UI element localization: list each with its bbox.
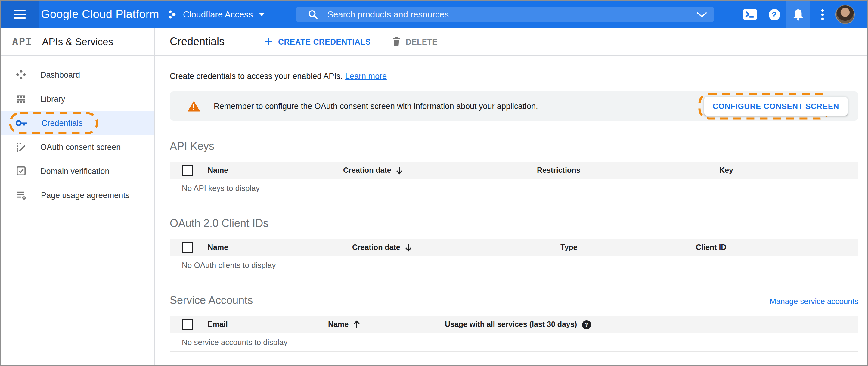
top-app-bar: Google Cloud Platform Cloudflare Access [1, 1, 867, 28]
account-button[interactable] [834, 1, 856, 28]
search-bar[interactable] [296, 7, 714, 22]
library-icon [16, 93, 27, 104]
nav-menu-block [1, 1, 38, 28]
sort-descending-icon [405, 243, 412, 252]
sort-ascending-icon [353, 320, 360, 329]
column-header-creation-date[interactable]: Creation date [352, 243, 560, 252]
domain-verification-icon [16, 165, 27, 176]
oauth-clients-title: OAuth 2.0 Client IDs [170, 217, 858, 230]
oauth-clients-table-header: Name Creation date Type Client ID [170, 239, 858, 256]
project-name: Cloudflare Access [183, 10, 253, 19]
select-all-checkbox[interactable] [182, 242, 193, 253]
configure-consent-screen-button[interactable]: CONFIGURE CONSENT SCREEN [704, 97, 847, 115]
column-header-creation-date-label: Creation date [352, 243, 400, 252]
sidebar-nav: Dashboard Library [1, 56, 154, 207]
manage-service-accounts-link[interactable]: Manage service accounts [770, 297, 858, 306]
sort-descending-icon [396, 166, 403, 175]
project-selector[interactable]: Cloudflare Access [167, 1, 265, 28]
oauth-clients-table: Name Creation date Type Client ID [170, 239, 858, 274]
column-header-email[interactable]: Email [208, 320, 328, 329]
brand-title: Google Cloud Platform [41, 1, 159, 28]
usage-help-icon[interactable]: ? [582, 320, 591, 329]
column-header-key[interactable]: Key [719, 166, 858, 175]
sidebar-item-label: OAuth consent screen [40, 142, 121, 151]
intro-text: Create credentials to access your enable… [170, 72, 343, 81]
column-header-name[interactable]: Name [208, 166, 343, 175]
sidebar-product-title: APIs & Services [42, 36, 113, 47]
api-logo: API [12, 35, 32, 48]
oauth-clients-section: OAuth 2.0 Client IDs Name Creation date [170, 217, 858, 274]
page-content: Create credentials to access your enable… [155, 56, 867, 352]
api-keys-table: Name Creation date Restrictions Key [170, 162, 858, 197]
sidebar-item-label: Dashboard [40, 70, 80, 79]
gcp-console-window: Google Cloud Platform Cloudflare Access [0, 0, 868, 366]
main-area: Credentials CREATE CREDENTIALS [155, 28, 867, 365]
intro-line: Create credentials to access your enable… [170, 72, 858, 81]
create-credentials-label: CREATE CREDENTIALS [278, 37, 371, 46]
column-header-usage-label: Usage with all services (last 30 days) [445, 320, 577, 329]
cloud-shell-icon [743, 8, 757, 21]
sidebar-item-label: Credentials [41, 118, 83, 127]
sidebar-item-oauth-consent-screen[interactable]: OAuth consent screen [1, 135, 154, 159]
api-keys-title: API Keys [170, 140, 858, 153]
select-all-checkbox[interactable] [182, 319, 193, 330]
more-options-button[interactable] [810, 1, 834, 28]
help-button[interactable]: ? [762, 1, 786, 28]
column-header-client-id[interactable]: Client ID [696, 243, 858, 252]
hamburger-menu-icon[interactable] [14, 10, 26, 19]
help-icon: ? [768, 9, 780, 20]
oauth-clients-empty-state: No OAuth clients to display [170, 256, 858, 274]
column-header-type[interactable]: Type [560, 243, 696, 252]
consent-warning-banner: Remember to configure the OAuth consent … [170, 91, 858, 121]
project-caret-icon [259, 13, 265, 16]
key-icon [16, 119, 28, 127]
create-credentials-button[interactable]: CREATE CREDENTIALS [262, 33, 373, 50]
sidebar-item-label: Domain verification [40, 166, 110, 176]
plus-icon [264, 37, 273, 46]
sidebar-item-dashboard[interactable]: Dashboard [1, 63, 154, 87]
api-keys-section: API Keys Name Creation date [170, 140, 858, 197]
vertical-dots-icon [821, 9, 824, 20]
api-keys-table-header: Name Creation date Restrictions Key [170, 162, 858, 179]
sidebar: API APIs & Services Dashboard [1, 28, 155, 365]
sidebar-item-credentials[interactable]: Credentials [1, 111, 154, 135]
notifications-button[interactable] [786, 1, 810, 28]
service-accounts-table: Email Name Usage with all service [170, 316, 858, 352]
service-accounts-title: Service Accounts [170, 294, 253, 307]
sidebar-item-label: Page usage agreements [41, 190, 129, 200]
warning-icon [187, 100, 200, 112]
topbar-action-icons: ? [738, 1, 856, 28]
column-header-restrictions[interactable]: Restrictions [537, 166, 719, 175]
consent-screen-icon [16, 142, 27, 152]
window-frame: Google Cloud Platform Cloudflare Access [0, 0, 868, 366]
sidebar-header: API APIs & Services [1, 28, 154, 56]
configure-consent-wrap: CONFIGURE CONSENT SCREEN [704, 97, 847, 115]
select-all-checkbox[interactable] [182, 165, 193, 176]
column-header-name[interactable]: Name [208, 243, 352, 252]
column-header-name-label: Name [328, 320, 348, 329]
page-title: Credentials [170, 35, 224, 48]
column-header-creation-date-label: Creation date [343, 166, 391, 175]
agreements-icon [16, 190, 27, 201]
avatar [836, 5, 855, 24]
sidebar-item-label: Library [40, 94, 65, 103]
search-input[interactable] [326, 9, 697, 20]
warning-message: Remember to configure the OAuth consent … [214, 101, 538, 111]
sidebar-item-library[interactable]: Library [1, 87, 154, 111]
dashboard-icon [16, 69, 27, 80]
project-logo-icon [167, 10, 177, 19]
sidebar-item-page-usage-agreements[interactable]: Page usage agreements [1, 183, 154, 207]
service-accounts-section: Service Accounts Manage service accounts… [170, 294, 858, 352]
learn-more-link[interactable]: Learn more [345, 72, 387, 81]
delete-button[interactable]: DELETE [390, 33, 440, 50]
column-header-usage: Usage with all services (last 30 days) ? [445, 320, 858, 329]
service-accounts-empty-state: No service accounts to display [170, 334, 858, 352]
trash-icon [393, 37, 400, 47]
sidebar-item-domain-verification[interactable]: Domain verification [1, 159, 154, 183]
service-accounts-table-header: Email Name Usage with all service [170, 316, 858, 334]
column-header-name[interactable]: Name [328, 320, 445, 329]
search-expand-chevron-icon[interactable] [697, 12, 707, 17]
cloud-shell-button[interactable] [738, 1, 762, 28]
bell-icon [793, 8, 804, 21]
column-header-creation-date[interactable]: Creation date [343, 166, 537, 175]
